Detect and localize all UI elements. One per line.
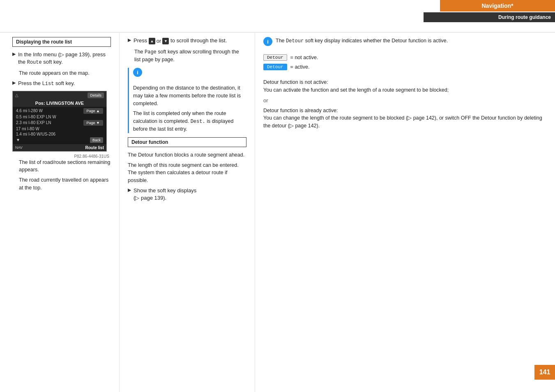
mid-bullet-arrow-2: ▶ [128,187,131,193]
nav-top-bar: △ Details [13,91,106,99]
detour-not-active-key: Detour [263,54,287,61]
info-block-mid: i [133,68,246,80]
bullet-arrow-2: ▶ [12,80,16,85]
nav-row-1-text: 4.6 mi I-280 W [16,108,43,113]
detour-not-active-row: Detour = not active. [263,53,547,62]
scroll-up-btn: ▲ [149,38,155,44]
back-btn: Back [90,137,103,143]
nav-pos: Pos: LIVINGSTON AVE [13,99,106,107]
detour-para-2: The length of this route segment can be … [128,161,246,184]
nav-row-2-text: 0.5 mi I-80 EXP LN W [16,115,56,119]
note-2: The road currently travelled on appears … [19,176,111,192]
mid-bullet-2: ▶ Show the soft key displays(▷ page 139)… [128,187,246,202]
nav-row-5: 1.4 mi I-80 W/US-206 [13,131,106,137]
list-key: List [42,81,54,87]
nav-route-list: 4.6 mi I-280 W Page ▲ 0.5 mi I-80 EXP LN… [13,107,106,144]
mid-sub-1: The Page soft keys allow scrolling throu… [134,48,246,64]
nav-tab: Navigation* [440,0,555,12]
or-text: or [263,97,547,104]
route-label: Route list [85,145,104,150]
nav-triangle-icon: △ [15,93,18,97]
section-heading-route-list: Displaying the route list [12,37,111,47]
top-separator [0,32,555,32]
page-number: 141 [534,365,555,380]
or-connector: or [157,37,161,45]
info-icon-mid: i [133,68,142,77]
not-active-text: = not active. [290,55,318,60]
nav-row-3: 2.3 mi I-80 EXP LN Page ▼ [13,120,106,126]
nav-row-back: ▼ Back [13,137,106,143]
mid-bullet-text-2: Show the soft key displays(▷ page 139). [134,187,196,202]
bullet-arrow-1: ▶ [12,51,16,57]
info-para-2: The list is completed only when the rout… [133,110,246,133]
mid-bullet-text-1: Press ▲ or ▼ to scroll through the list. [134,37,227,45]
detour-para-1: The Detour function blocks a route segme… [128,151,246,159]
nav-details-btn: Details [88,92,104,98]
detour-key-inline: Detour [286,38,304,44]
mid-column: ▶ Press ▲ or ▼ to scroll through the lis… [119,33,255,392]
active-text: = active. [290,64,310,70]
right-column: i The Detour soft key display indicates … [255,33,555,392]
left-column: Displaying the route list ▶ In the Info … [0,33,119,392]
nav-row-2: 0.5 mi I-80 EXP LN W [13,114,106,120]
not-active-title: Detour function is not active: You can a… [263,78,547,94]
bullet-text-1: In the Info menu (▷ page 139), press the… [18,51,111,66]
route-key: Route [27,60,42,65]
info-para-1: Depending on the distance to the destina… [133,84,246,107]
header-area: Navigation* During route guidance [424,0,555,22]
sub-note-1: The route appears on the map. [19,69,111,77]
nav-row-5-text: 1.4 mi I-80 W/US-206 [16,132,55,136]
note-1: The list of road/route sections remainin… [19,159,111,174]
nav-row-1: 4.6 mi I-280 W Page ▲ [13,108,106,114]
nav-row-3-text: 2.3 mi I-80 EXP LN [16,120,51,125]
main-content: Displaying the route list ▶ In the Info … [0,33,555,392]
detour-active-row: Detour = active. [263,63,547,71]
active-title: Detour function is already active: You c… [263,107,547,130]
bullet-item-1: ▶ In the Info menu (▷ page 139), press t… [12,51,111,66]
info-icon-right: i [263,37,272,46]
page-up-btn: Page ▲ [83,108,103,114]
info-section-mid: i Depending on the distance to the desti… [128,68,246,133]
nav-row-4: 17 mi I-80 W [13,126,106,131]
nav-footer: NAV Route list [13,144,106,151]
bullet-item-2: ▶ Press the List soft key. [12,80,111,88]
bullet-text-2: Press the List soft key. [18,80,75,88]
info-block-content: Depending on the distance to the destina… [133,84,246,133]
nav-row-4-text: 17 mi I-80 W [16,127,39,131]
right-info-content: The Detour soft key display indicates wh… [276,37,448,45]
nav-screenshot: △ Details Pos: LIVINGSTON AVE 4.6 mi I-2… [12,91,107,152]
scroll-arrows: ▲ or ▼ [149,37,169,45]
dest-key: Dest. [191,119,205,125]
mid-bullet-arrow-1: ▶ [128,37,131,43]
code-ref: P82.86-4486-31US [12,154,111,159]
nav-down-arrow: ▼ [16,138,20,142]
page-down-btn: Page ▼ [83,120,103,126]
nav-label: NAV [15,145,23,150]
right-info-block: i The Detour soft key display indicates … [263,37,547,49]
sub-header: During route guidance [424,12,555,22]
section-heading-detour: Detour function [128,137,246,147]
page-key: Page [145,49,157,55]
detour-active-key: Detour [263,64,287,70]
scroll-down-btn: ▼ [162,38,169,44]
mid-bullet-1: ▶ Press ▲ or ▼ to scroll through the lis… [128,37,246,45]
